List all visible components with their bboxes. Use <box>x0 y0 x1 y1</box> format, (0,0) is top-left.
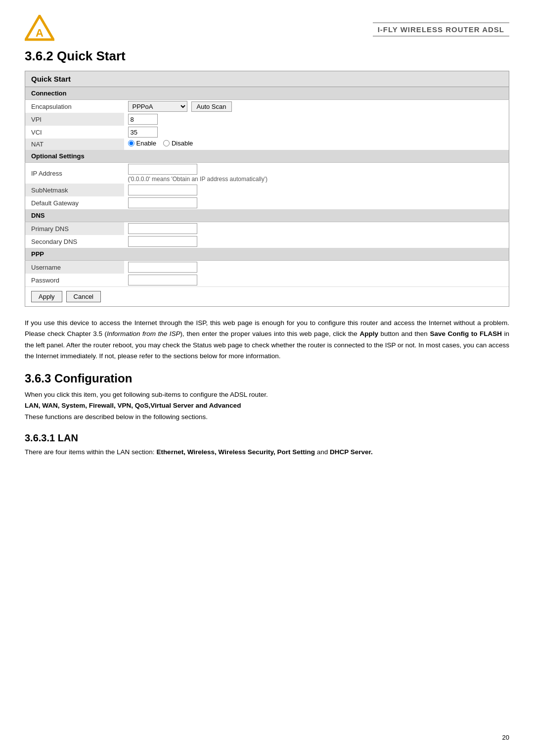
primary-dns-input[interactable] <box>128 223 197 234</box>
password-input[interactable] <box>128 275 197 285</box>
nat-label: NAT <box>25 139 124 150</box>
section-363-title: 3.6.3 Configuration <box>25 372 509 385</box>
vpi-label: VPI <box>25 113 124 126</box>
ppp-section-label: PPP <box>25 248 509 261</box>
secondary-dns-value <box>124 235 509 248</box>
subnetmask-value <box>124 184 509 196</box>
vci-label: VCI <box>25 126 124 139</box>
ip-address-input[interactable] <box>128 164 197 175</box>
default-gateway-label: Default Gateway <box>25 196 124 209</box>
username-input[interactable] <box>128 262 197 273</box>
logo: A <box>25 15 54 44</box>
dns-section-label: DNS <box>25 209 509 222</box>
body-text-362: If you use this device to access the Int… <box>25 318 509 362</box>
optional-settings-section-label: Optional Settings <box>25 150 509 163</box>
section-363-bold1: LAN, WAN, System, Firewall, VPN, QoS,Vir… <box>25 402 241 409</box>
section-363-intro: When you click this item, you get follow… <box>25 389 509 423</box>
header-title: I-FLY WIRELESS ROUTER ADSL <box>373 22 509 37</box>
username-label: Username <box>25 261 124 274</box>
section-3631-bold: Ethernet, Wireless, Wireless Security, P… <box>156 448 315 456</box>
action-row: Apply Cancel <box>25 286 509 307</box>
page-header: A I-FLY WIRELESS ROUTER ADSL <box>25 15 509 44</box>
section-363-intro2: These functions are described below in t… <box>25 413 208 421</box>
nat-value: Enable Disable <box>124 139 509 148</box>
nat-enable-radio[interactable]: Enable <box>128 140 156 147</box>
vpi-value <box>124 113 509 126</box>
secondary-dns-label: Secondary DNS <box>25 235 124 248</box>
subnetmask-label: SubNetmask <box>25 184 124 196</box>
quick-start-table: Quick Start Connection Encapsulation PPP… <box>25 71 509 307</box>
default-gateway-input[interactable] <box>128 197 197 208</box>
password-label: Password <box>25 274 124 286</box>
svg-text:A: A <box>36 27 44 39</box>
section-3631-text: There are four items within the LAN sect… <box>25 447 509 458</box>
page-number: 20 <box>502 734 509 741</box>
section-3631-bold2: DHCP Server. <box>330 448 373 456</box>
subnetmask-input[interactable] <box>128 185 197 195</box>
auto-scan-button[interactable]: Auto Scan <box>191 101 232 112</box>
connection-section-label: Connection <box>25 87 509 100</box>
primary-dns-value <box>124 222 509 235</box>
secondary-dns-input[interactable] <box>128 236 197 247</box>
section-3631-title: 3.6.3.1 LAN <box>25 432 509 444</box>
quick-start-table-header: Quick Start <box>25 71 509 87</box>
section-362-title: 3.6.2 Quick Start <box>25 48 509 64</box>
password-value <box>124 274 509 286</box>
apply-button[interactable]: Apply <box>31 291 62 302</box>
vci-value <box>124 126 509 139</box>
primary-dns-label: Primary DNS <box>25 222 124 236</box>
username-value <box>124 261 509 274</box>
encapsulation-select[interactable]: PPPoA <box>128 101 187 112</box>
encapsulation-value: PPPoA Auto Scan <box>124 100 509 113</box>
cancel-button[interactable]: Cancel <box>66 291 101 302</box>
ip-address-hint: ('0.0.0.0' means 'Obtain an IP address a… <box>128 176 267 183</box>
ip-address-label: IP Address <box>25 163 124 184</box>
vpi-input[interactable] <box>128 114 158 125</box>
default-gateway-value <box>124 196 509 209</box>
vci-input[interactable] <box>128 127 158 138</box>
nat-disable-radio[interactable]: Disable <box>163 140 193 147</box>
encapsulation-label: Encapsulation <box>25 100 124 113</box>
ip-address-value: ('0.0.0.0' means 'Obtain an IP address a… <box>124 163 509 184</box>
